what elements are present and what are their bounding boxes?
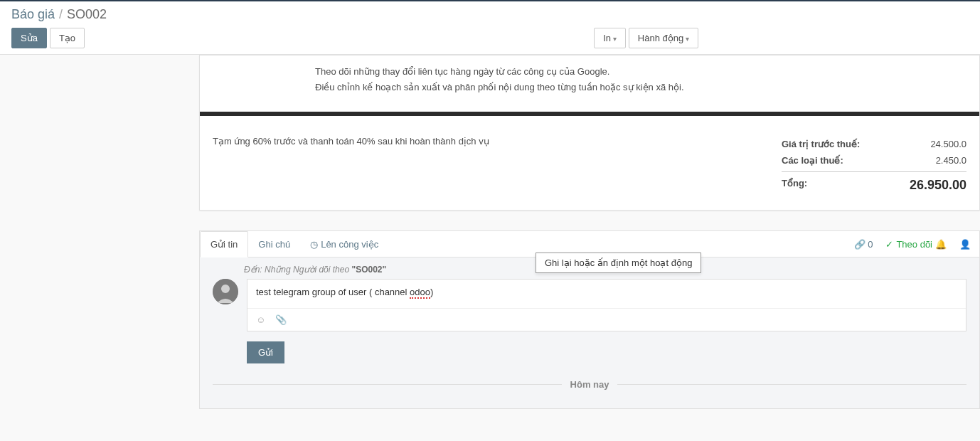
attachment-count[interactable]: 🔗0 — [854, 239, 873, 250]
message-compose-box[interactable]: test telegram group of user ( channel od… — [247, 279, 966, 331]
breadcrumb-separator: / — [59, 7, 63, 22]
description-line-2: Điều chỉnh kế hoạch sản xuất và phân phố… — [315, 80, 966, 95]
attach-icon[interactable]: 📎 — [275, 314, 287, 325]
subtotal-label: Giá trị trước thuế: — [782, 139, 860, 149]
activity-tooltip: Ghi lại hoặc ấn định một hoạt động — [536, 253, 701, 273]
follow-label: Theo dõi — [896, 239, 932, 250]
user-avatar — [213, 279, 238, 304]
breadcrumb: Báo giá / SO002 — [11, 7, 969, 22]
total-value: 26.950.00 — [902, 178, 966, 193]
message-text-input[interactable]: test telegram group of user ( channel od… — [247, 280, 966, 308]
message-prefix: test telegram group of user ( channel — [256, 287, 410, 297]
order-card: Theo dõi những thay đổi liên tục hàng ng… — [199, 55, 980, 211]
page-header: Báo giá / SO002 Sửa Tạo In Hành động — [0, 1, 980, 55]
day-label: Hôm nay — [562, 379, 618, 390]
action-dropdown[interactable]: Hành động — [629, 28, 698, 48]
paperclip-icon: 🔗 — [854, 239, 866, 250]
bell-icon[interactable]: 🔔 — [935, 239, 947, 250]
breadcrumb-current: SO002 — [67, 7, 107, 22]
clock-icon: ◷ — [310, 239, 318, 250]
followers-icon[interactable]: 👤 — [959, 239, 971, 250]
chatter-panel: Gửi tin Ghi chú ◷Lên công việc Ghi lại h… — [199, 230, 980, 409]
breadcrumb-root[interactable]: Báo giá — [11, 7, 55, 22]
description-line-1: Theo dõi những thay đổi liên tục hàng ng… — [315, 64, 966, 80]
tax-label: Các loại thuế: — [782, 155, 843, 166]
print-dropdown[interactable]: In — [594, 28, 626, 48]
edit-button[interactable]: Sửa — [11, 28, 47, 48]
follow-button[interactable]: ✓Theo dõi 🔔 — [885, 239, 947, 250]
tab-activity-label: Lên công việc — [321, 239, 378, 250]
totals-block: Giá trị trước thuế: 24.500.0 Các loại th… — [782, 136, 966, 196]
message-suffix: ) — [430, 287, 433, 297]
total-label: Tổng: — [782, 178, 807, 193]
create-button[interactable]: Tạo — [50, 28, 85, 48]
chatter-tabs: Gửi tin Ghi chú ◷Lên công việc Ghi lại h… — [200, 231, 979, 257]
message-misspell: odoo — [410, 287, 430, 299]
send-button[interactable]: Gửi — [247, 341, 284, 363]
tab-log-note[interactable]: Ghi chú — [248, 232, 300, 257]
svg-point-1 — [221, 285, 230, 293]
tab-send-message[interactable]: Gửi tin — [200, 231, 248, 257]
recipients-text: Những Người dõi theo — [265, 265, 349, 275]
payment-terms: Tạm ứng 60% trước và thanh toán 40% sau … — [213, 136, 782, 147]
tax-value: 2.450.0 — [902, 155, 966, 166]
day-separator: Hôm nay — [213, 379, 966, 390]
recipients-label: Đến: — [244, 265, 262, 275]
subtotal-value: 24.500.0 — [902, 139, 966, 149]
attach-count-value: 0 — [868, 239, 873, 250]
emoji-icon[interactable]: ☺ — [256, 314, 265, 325]
recipients-doc: "SO002" — [351, 265, 386, 275]
check-icon: ✓ — [885, 239, 893, 250]
tab-schedule-activity[interactable]: ◷Lên công việc — [300, 232, 388, 257]
